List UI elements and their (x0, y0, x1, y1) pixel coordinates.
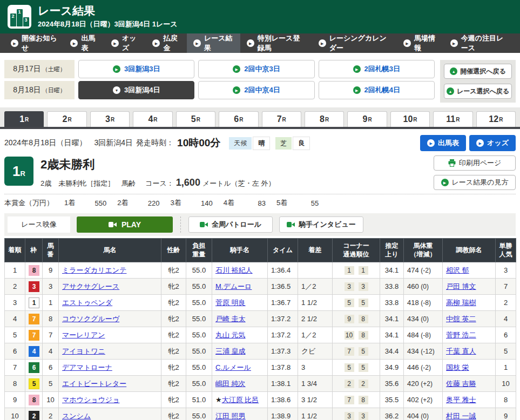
trainer-link[interactable]: 菅野 浩二 (446, 331, 476, 339)
trainer-link[interactable]: 村田 一誠 (446, 412, 476, 420)
jockey-cell: 丸山 元気 (212, 327, 268, 343)
jockey-link[interactable]: 三浦 皇成 (215, 347, 246, 355)
entries-button[interactable]: ▶出馬表 (420, 135, 466, 151)
jockey-link[interactable]: 石川 裕紀人 (215, 266, 253, 274)
nav-item[interactable]: ▶払戻金 (146, 33, 187, 53)
back-button-label: 開催選択へ戻る (460, 67, 506, 76)
horse-name-cell: エストゥペンダ (59, 295, 161, 311)
nav-item[interactable]: ▶レーシングカレンダー (312, 33, 397, 53)
video-bar: レース映像 PLAY 全周パトロール 騎手インタビュー (4, 213, 516, 236)
race-tab-7r[interactable]: 7R (262, 111, 301, 127)
date-text: 8月18日 (13, 85, 40, 95)
jockey-link[interactable]: C.ルメール (215, 363, 251, 371)
trainer-cell: 奥平 雅士 (443, 392, 496, 408)
race-tab-6r[interactable]: 6R (219, 111, 258, 127)
table-row: 478コウソクグルーヴ牝255.0戸崎 圭太1:37.22 1/29834.14… (5, 311, 516, 327)
patrol-video-button[interactable]: 全周パトロール (188, 216, 273, 233)
race-tab-suffix: R (239, 117, 243, 123)
horse-link[interactable]: アサクサグレース (62, 282, 119, 290)
race-tab-number: 10 (403, 114, 413, 124)
back-to-meeting-button[interactable]: ▲開催選択へ戻る (444, 64, 512, 79)
weekday-text: （日曜） (42, 86, 66, 94)
race-tab-suffix: R (368, 117, 372, 123)
nav-item[interactable]: ▶特別レース登録馬 (240, 33, 312, 53)
date-button-niigata4-selected[interactable]: ▼3回新潟4日 (78, 81, 194, 99)
nav-item-label: 特別レース登録馬 (258, 33, 306, 53)
horse-link[interactable]: アイヨトワニ (62, 347, 105, 355)
finish-position: 6 (5, 343, 25, 360)
horse-link[interactable]: エストゥペンダ (62, 299, 112, 307)
trainer-link[interactable]: 中舘 英二 (446, 315, 476, 323)
trainer-link[interactable]: 奥平 雅士 (446, 396, 476, 404)
race-tab-11r[interactable]: 11R (433, 111, 472, 127)
race-tab-1r[interactable]: 1R (4, 111, 44, 127)
nav-item[interactable]: ▶今週の注目レース (444, 33, 516, 53)
horse-link[interactable]: マホウショウジョ (62, 396, 119, 404)
race-tab-3r[interactable]: 3R (90, 111, 130, 127)
trainer-link[interactable]: 高柳 瑞樹 (446, 299, 476, 307)
date-button-sapporo4[interactable]: ▶2回札幌4日 (319, 81, 435, 99)
horse-number: 9 (43, 262, 59, 279)
interview-video-button[interactable]: 騎手インタビュー (279, 216, 363, 233)
finish-position: 9 (5, 392, 25, 408)
horse-link[interactable]: ミラーダカリエンテ (62, 266, 126, 274)
date-button-niigata3[interactable]: ▶3回新潟3日 (78, 60, 194, 78)
nav-item[interactable]: ▶出馬表 (64, 33, 105, 53)
corner-position: 5 (359, 347, 368, 356)
jockey-cell: 三浦 皇成 (212, 343, 268, 360)
race-tab-suffix: R (197, 117, 200, 123)
chevron-right-icon: ▶ (70, 39, 78, 47)
sex-age: 牝2 (161, 343, 186, 360)
horse-link[interactable]: コウソクグルーヴ (62, 315, 119, 323)
trainer-link[interactable]: 相沢 郁 (446, 266, 469, 274)
odds-button-label: オッズ (487, 138, 509, 148)
race-tab-number: 4 (148, 114, 153, 124)
odds-button[interactable]: ▶オッズ (469, 135, 516, 151)
horse-link[interactable]: デアマトローナ (62, 363, 112, 371)
prize-place: 1着 (64, 198, 75, 208)
load-weight: 55.0 (186, 327, 212, 343)
trainer-link[interactable]: 佐藤 吉勝 (446, 380, 476, 388)
print-button[interactable]: 印刷用ページ (434, 155, 516, 171)
date-button-sapporo3[interactable]: ▶2回札幌3日 (319, 60, 435, 78)
race-tab-10r[interactable]: 10R (390, 111, 430, 127)
trainer-link[interactable]: 千葉 直人 (446, 347, 476, 355)
jockey-cell: 菅原 明良 (212, 295, 268, 311)
date-button-chukyo4[interactable]: ▶2回中京4日 (198, 81, 314, 99)
jockey-link[interactable]: 嶋田 純次 (215, 380, 246, 388)
race-tab-4r[interactable]: 4R (133, 111, 172, 127)
race-tab-8r[interactable]: 8R (305, 111, 344, 127)
body-weight-diff: (+2) (421, 396, 433, 404)
chevron-down-icon: ▼ (113, 86, 120, 94)
jockey-link[interactable]: 江田 照男 (215, 412, 246, 420)
nav-item[interactable]: ▶レース結果 (187, 33, 240, 53)
results-guide-button[interactable]: ▶ レース結果の見方 (434, 175, 516, 190)
jockey-link[interactable]: 戸崎 圭太 (215, 315, 246, 323)
horse-link[interactable]: マーレリアン (62, 331, 105, 339)
race-tab-2r[interactable]: 2R (47, 111, 86, 127)
trainer-link[interactable]: 国枝 栄 (446, 363, 469, 371)
column-header: 推定 上り (380, 239, 404, 262)
jockey-link[interactable]: M.デムーロ (215, 282, 252, 290)
load-weight: 55.0 (186, 360, 212, 376)
race-tab-9r[interactable]: 9R (347, 111, 387, 127)
jockey-link[interactable]: 菅原 明良 (215, 299, 246, 307)
date-button-chukyo3[interactable]: ▶2回中京3日 (198, 60, 314, 78)
race-tab-12r[interactable]: 12R (476, 111, 516, 127)
corner-position: 9 (345, 315, 354, 323)
play-button[interactable]: PLAY (77, 216, 173, 233)
nav-item[interactable]: ▶オッズ (105, 33, 146, 53)
horse-link[interactable]: スンシム (62, 412, 91, 420)
horse-name-cell: コウソクグルーヴ (59, 311, 161, 327)
race-tab-5r[interactable]: 5R (176, 111, 215, 127)
jockey-link[interactable]: 大江原 比呂 (222, 396, 259, 404)
chevron-right-icon: ▶ (247, 39, 254, 47)
horse-link[interactable]: エイトビートレター (62, 380, 126, 388)
last-3f: 33.8 (380, 279, 404, 295)
nav-item[interactable]: ▶開催お知らせ (4, 33, 64, 53)
race-tab-number: 6 (234, 114, 239, 124)
jockey-link[interactable]: 丸山 元気 (215, 331, 246, 339)
back-to-race-select-button[interactable]: ▲レース選択へ戻る (444, 84, 512, 99)
trainer-link[interactable]: 戸田 博文 (446, 282, 476, 290)
nav-item[interactable]: ▶馬場情報 (397, 33, 444, 53)
